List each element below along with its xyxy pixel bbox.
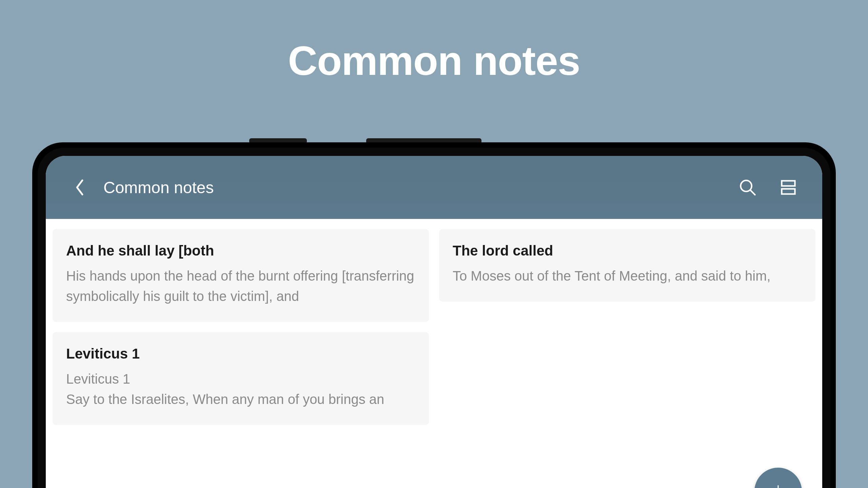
chevron-left-icon	[74, 179, 85, 196]
plus-icon	[770, 483, 787, 488]
phone-hardware-buttons	[32, 138, 836, 142]
svg-rect-3	[782, 189, 795, 194]
list-layout-icon	[780, 179, 797, 196]
note-title: The lord called	[453, 243, 802, 259]
note-card[interactable]: The lord called To Moses out of the Tent…	[439, 229, 815, 302]
note-card[interactable]: Leviticus 1 Leviticus 1 Say to the Israe…	[53, 332, 429, 425]
phone-mockup: Common notes	[32, 142, 836, 488]
note-body: To Moses out of the Tent of Meeting, and…	[453, 266, 802, 286]
layout-toggle-button[interactable]	[778, 177, 798, 198]
back-button[interactable]	[70, 177, 90, 198]
svg-line-1	[750, 190, 755, 195]
phone-screen: Common notes	[46, 156, 822, 488]
page-title: Common notes	[0, 37, 868, 84]
search-icon	[739, 179, 756, 196]
note-body: Leviticus 1 Say to the Israelites, When …	[66, 369, 415, 409]
note-title: Leviticus 1	[66, 346, 415, 362]
svg-rect-2	[782, 181, 795, 186]
notes-column-left: And he shall lay [both His hands upon th…	[53, 229, 429, 425]
app-header: Common notes	[46, 156, 822, 219]
search-button[interactable]	[737, 177, 758, 198]
note-body: His hands upon the head of the burnt off…	[66, 266, 415, 306]
note-title: And he shall lay [both	[66, 243, 415, 259]
notes-column-right: The lord called To Moses out of the Tent…	[439, 229, 815, 425]
note-card[interactable]: And he shall lay [both His hands upon th…	[53, 229, 429, 322]
header-actions	[737, 177, 798, 198]
phone-frame: Common notes	[32, 142, 836, 488]
notes-grid: And he shall lay [both His hands upon th…	[46, 219, 822, 435]
app-header-title: Common notes	[103, 178, 737, 197]
